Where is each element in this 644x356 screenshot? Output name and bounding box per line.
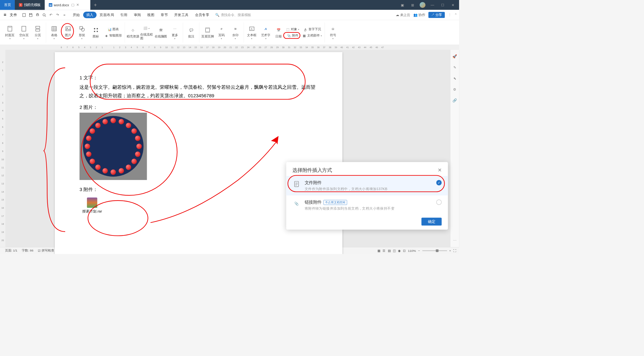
tab-template[interactable]: 找稻壳模板: [15, 0, 45, 10]
zoom-fit-icon[interactable]: ⊡: [403, 249, 406, 252]
view-focus-icon[interactable]: ◉: [398, 249, 401, 252]
grid-apps-icon[interactable]: ⊞: [409, 3, 416, 7]
tab-home[interactable]: 首页: [0, 0, 15, 10]
option-link-attachment[interactable]: 📎 链接附件不占用文档空间 将附件转为链接并添加到当前文档，文档大小将保持不变: [286, 195, 448, 215]
zoom-in[interactable]: +: [449, 249, 451, 252]
qat-save-icon[interactable]: [28, 13, 33, 18]
share-button[interactable]: ↗ 分享: [428, 12, 445, 18]
shape-icon: [78, 25, 86, 32]
menu-tab-member[interactable]: 会员专享: [192, 13, 213, 17]
ribbon-attachment[interactable]: 📎附件: [285, 33, 301, 39]
ribbon-blank-page[interactable]: 空白页▾: [17, 24, 31, 42]
view-read-icon[interactable]: ◫: [393, 249, 396, 252]
ribbon-page-number[interactable]: #页码▾: [215, 24, 228, 42]
qat-redo-icon[interactable]: ↷: [55, 13, 60, 18]
qat-undo-icon[interactable]: ↶: [49, 13, 54, 18]
ribbon-date[interactable]: 📅日期: [273, 24, 284, 42]
status-page[interactable]: 页面: 1/1: [3, 249, 20, 253]
view-web-icon[interactable]: ▤: [388, 249, 391, 252]
side-settings-icon[interactable]: ⚙: [453, 87, 456, 92]
cloud-status[interactable]: ☁ 未上云: [396, 13, 410, 17]
option-2-radio[interactable]: [436, 200, 442, 205]
ribbon-chart[interactable]: 📊图表: [103, 26, 123, 32]
ribbon-docpart[interactable]: ▦文档部件▾: [301, 33, 323, 39]
menubar-more-icon[interactable]: ⋮: [448, 13, 451, 17]
ribbon-shape[interactable]: 形状▾: [75, 24, 89, 42]
menu-tab-review[interactable]: 审阅: [131, 13, 144, 17]
menu-tab-dev[interactable]: 开发工具: [171, 13, 192, 17]
ribbon-picture[interactable]: 图片▾: [61, 24, 75, 42]
window-close[interactable]: ✕: [450, 3, 456, 7]
menubar-expand-icon[interactable]: ⌃: [454, 13, 457, 17]
search-box[interactable]: 🔍 查找命令、搜索模板: [212, 13, 254, 17]
horizontal-ruler[interactable]: 8765432112345678910111213141516171819202…: [0, 45, 459, 50]
fullscreen-icon[interactable]: ⛶: [453, 249, 457, 252]
menu-tab-insert[interactable]: 插入: [83, 12, 97, 18]
zoom-level[interactable]: 110%: [408, 249, 416, 252]
menu-tab-section[interactable]: 章节: [158, 13, 171, 17]
side-rocket-icon[interactable]: 🚀: [452, 54, 457, 59]
menu-tab-start[interactable]: 开始: [70, 13, 83, 17]
ribbon-symbol[interactable]: Ω符号▾: [326, 24, 340, 42]
table-icon: [50, 25, 58, 32]
ribbon-resource[interactable]: ◇稻壳资源: [126, 24, 140, 42]
page-break-icon: [34, 25, 41, 32]
ribbon-smart-graphic[interactable]: ◈智能图形: [103, 33, 123, 39]
file-menu[interactable]: 文件: [8, 13, 19, 17]
qat-preview-icon[interactable]: [42, 13, 47, 18]
collab-button[interactable]: 👥 协作: [413, 13, 425, 17]
ribbon-icon[interactable]: 图标: [89, 24, 103, 42]
side-more-icon[interactable]: ⋯: [453, 238, 457, 243]
tab-document[interactable]: W word.docx ▢ ✕: [45, 0, 90, 10]
ribbon-header-footer[interactable]: 页眉页脚: [201, 24, 214, 42]
view-outline-icon[interactable]: ☰: [382, 249, 385, 252]
menu-tab-view[interactable]: 视图: [144, 13, 158, 17]
ribbon-textbox[interactable]: A文本框▾: [245, 24, 259, 42]
ribbon-page-break[interactable]: 分页▾: [31, 24, 44, 42]
menu-tab-layout[interactable]: 页面布局: [96, 13, 117, 17]
panel-toggle-icon[interactable]: ▣: [399, 3, 405, 7]
window-minimize[interactable]: —: [429, 3, 436, 7]
side-cursor-icon[interactable]: ⬉: [453, 76, 456, 81]
tab-add[interactable]: +: [90, 2, 100, 8]
dialog-close-icon[interactable]: ✕: [438, 167, 442, 173]
tab-close-icon[interactable]: ✕: [76, 3, 79, 7]
ribbon-comment[interactable]: 💬批注: [184, 24, 198, 42]
chart-icon: 📊: [108, 27, 112, 31]
wordart-icon: A: [262, 25, 269, 32]
ribbon-watermark[interactable]: ≋水印▾: [229, 24, 242, 42]
ribbon-dropcap[interactable]: A̲首字下沉: [301, 26, 323, 32]
tab-restore-icon[interactable]: ▢: [71, 3, 74, 7]
qat-new-icon[interactable]: [21, 13, 26, 18]
menu-tab-reference[interactable]: 引用: [117, 13, 131, 17]
search-icon: 🔍: [215, 13, 220, 17]
view-page-icon[interactable]: ▦: [377, 249, 380, 252]
ribbon-wordart[interactable]: A艺术字▾: [259, 24, 273, 42]
header-footer-icon: [204, 26, 211, 34]
ribbon-table[interactable]: 表格▾: [47, 24, 61, 42]
user-avatar[interactable]: [420, 2, 426, 8]
side-pencil-icon[interactable]: ✎: [453, 65, 456, 70]
menu-hamburger-icon[interactable]: ≡: [2, 12, 8, 17]
svg-point-20: [97, 31, 98, 32]
ribbon-more[interactable]: ⋯更多▾: [168, 24, 181, 42]
embedded-image[interactable]: [79, 113, 147, 180]
zoom-out[interactable]: −: [418, 249, 420, 252]
side-link-icon[interactable]: 🔗: [452, 98, 457, 103]
window-maximize[interactable]: ☐: [440, 3, 446, 7]
status-wordcount[interactable]: 字数: 86: [20, 249, 36, 253]
zoom-slider[interactable]: [422, 250, 447, 251]
qat-overflow-icon[interactable]: »: [62, 13, 67, 18]
option-1-radio[interactable]: [436, 180, 442, 185]
option-file-attachment[interactable]: 文件附件 文件作为附件添加到文档中，文档大小将增加137KB: [286, 176, 448, 195]
confirm-button[interactable]: 确定: [422, 218, 442, 226]
section-2-title: 2 图片：: [79, 104, 318, 110]
ribbon-flowchart[interactable]: ⬜→在线流程图: [140, 24, 154, 42]
attachment-dialog: 选择附件插入方式 ✕ 文件附件 文件作为附件添加到文档中，文档大小将增加137K…: [286, 162, 448, 230]
qat-print-icon[interactable]: [35, 13, 40, 18]
embedded-attachment[interactable]: 授课计划.rar: [79, 195, 105, 217]
ribbon-cover-page[interactable]: 封面页▾: [3, 24, 17, 42]
vertical-ruler[interactable]: 211234567891011121314151617181920: [0, 50, 5, 247]
ribbon-object[interactable]: ⬚对象▾: [285, 26, 301, 32]
ribbon-mindmap[interactable]: 🕸在线脑图: [154, 24, 168, 42]
